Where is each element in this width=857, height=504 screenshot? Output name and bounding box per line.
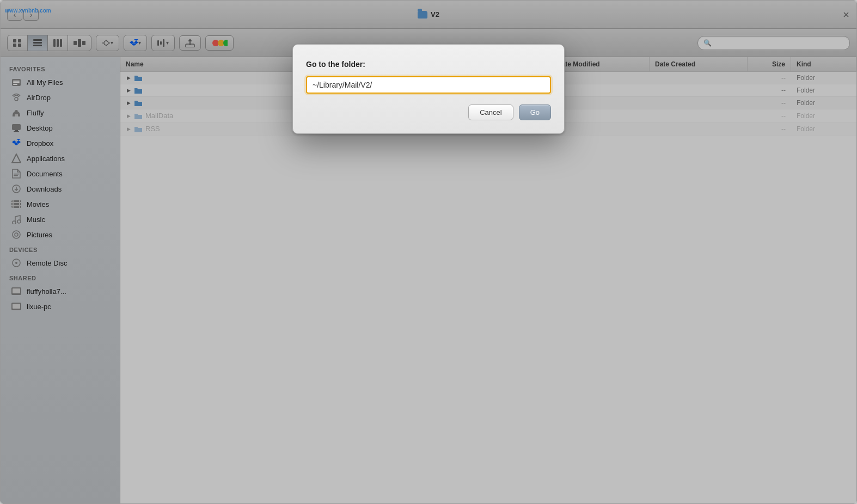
- cancel-button[interactable]: Cancel: [468, 105, 513, 120]
- goto-folder-dialog: Go to the folder: Cancel Go: [292, 44, 565, 134]
- finder-window: www.xvnbnb.com ‹ › V2: [0, 0, 857, 504]
- folder-path-input[interactable]: [306, 76, 551, 94]
- go-button[interactable]: Go: [519, 105, 551, 120]
- dialog-title: Go to the folder:: [306, 60, 551, 69]
- dialog-overlay: Go to the folder: Cancel Go: [1, 1, 856, 503]
- dialog-buttons: Cancel Go: [306, 105, 551, 120]
